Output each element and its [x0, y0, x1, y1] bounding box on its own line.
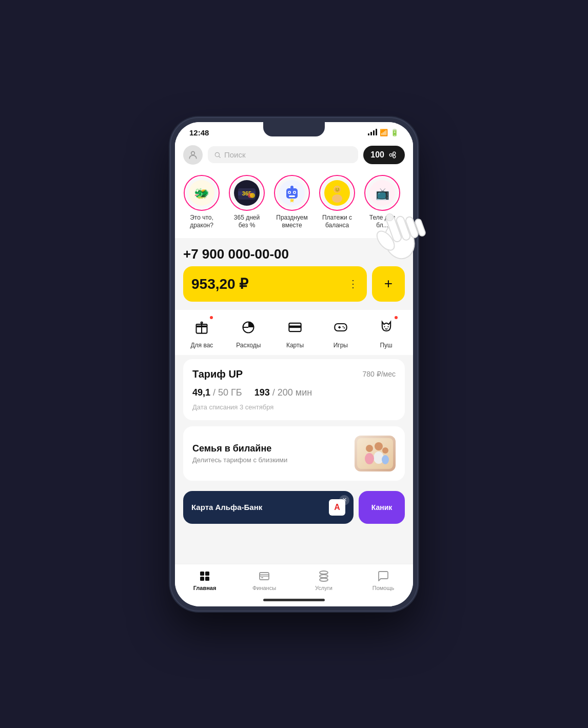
svg-point-51: [382, 455, 389, 464]
search-bar[interactable]: Поиск: [208, 146, 358, 163]
svg-text:😊: 😊: [334, 186, 341, 193]
action-push[interactable]: Пуш: [375, 316, 398, 349]
family-title: Семья в билайне: [192, 443, 287, 454]
family-subtitle: Делитесь тарифом с близкими: [192, 456, 287, 464]
signal-bars-icon: [368, 129, 377, 135]
action-expenses[interactable]: Расходы: [236, 316, 261, 349]
story-item-3[interactable]: ⭐ Празднуем вместе: [273, 175, 310, 230]
robot-illustration: ⭐: [279, 180, 305, 206]
family-card[interactable]: Семья в билайне Делитесь тарифом с близк…: [183, 426, 405, 481]
battery-icon: 🔋: [390, 129, 399, 136]
pie-chart-icon: [241, 320, 256, 335]
phone-screen: 12:48 📶 🔋: [175, 122, 413, 606]
internet-used: 49,1: [192, 387, 210, 398]
balance-menu-button[interactable]: ⋮: [348, 278, 359, 290]
svg-point-27: [332, 194, 342, 203]
svg-point-2: [389, 153, 392, 156]
balance-card[interactable]: 953,20 ₽ ⋮: [183, 266, 367, 302]
add-balance-button[interactable]: +: [372, 266, 405, 302]
svg-point-0: [191, 151, 195, 155]
balance-row: 953,20 ₽ ⋮ +: [175, 266, 413, 310]
svg-text:📺: 📺: [376, 187, 390, 201]
svg-rect-21: [289, 195, 295, 197]
points-button[interactable]: 100: [363, 146, 405, 164]
push-badge: [394, 315, 399, 320]
svg-point-61: [320, 578, 328, 581]
kanik-banner[interactable]: Каник: [359, 491, 405, 524]
minutes-total: / 200 мин: [272, 387, 312, 398]
foryou-badge: [209, 315, 214, 320]
svg-point-42: [344, 327, 345, 328]
svg-point-4: [393, 155, 396, 158]
alfa-close-button[interactable]: ✕: [339, 495, 349, 505]
games-label: Игры: [334, 342, 348, 349]
story-label-2: 365 дней без %: [228, 214, 265, 230]
services-nav-icon: [317, 569, 330, 583]
alfa-banner[interactable]: Карта Альфа-Банк А ✕: [183, 491, 354, 524]
top-bar: Поиск 100: [175, 140, 413, 170]
story-item-2[interactable]: 365 365 дней без %: [228, 175, 265, 230]
services-nav-label: Услуги: [315, 585, 332, 591]
minutes-used: 193: [254, 387, 270, 398]
nav-finance[interactable]: Финансы: [248, 569, 281, 591]
story-label-4: Платежи с баланса: [319, 214, 356, 230]
svg-rect-57: [260, 575, 269, 576]
card-section: Тариф UP 780 ₽/мес 49,1 / 50 ГБ: [175, 355, 413, 491]
phone-wrapper: 12:48 📶 🔋: [171, 118, 417, 611]
svg-text:⭐: ⭐: [289, 198, 295, 203]
svg-point-49: [365, 453, 374, 464]
wifi-icon: 📶: [380, 129, 388, 136]
action-games[interactable]: Игры: [329, 316, 352, 349]
story-avatar-1: 🐲: [184, 175, 220, 211]
screen-content[interactable]: Поиск 100: [175, 140, 413, 564]
svg-point-60: [320, 575, 328, 578]
svg-point-48: [366, 445, 373, 452]
story-avatar-5: 📺: [364, 175, 400, 211]
tariff-card[interactable]: Тариф UP 780 ₽/мес 49,1 / 50 ГБ: [183, 359, 405, 420]
svg-rect-37: [289, 325, 301, 328]
kanik-title: Каник: [371, 503, 393, 511]
nav-services[interactable]: Услуги: [307, 569, 340, 591]
gamepad-icon: [334, 320, 348, 335]
search-icon: [214, 151, 221, 159]
points-count: 100: [370, 150, 384, 160]
svg-line-5: [392, 153, 393, 154]
story-avatar-4: 😊: [319, 175, 355, 211]
cards-icon-wrap: [284, 316, 306, 339]
card365-illustration: 365: [234, 180, 260, 206]
help-nav-icon: [377, 569, 390, 583]
cat-icon: [379, 320, 394, 335]
action-cards[interactable]: Карты: [284, 316, 306, 349]
action-foryou[interactable]: Для вас: [190, 316, 213, 349]
expenses-label: Расходы: [236, 342, 261, 349]
svg-rect-52: [200, 572, 204, 576]
svg-point-14: [250, 193, 255, 198]
search-placeholder: Поиск: [224, 150, 246, 159]
games-icon-wrap: [329, 316, 352, 339]
tariff-header: Тариф UP 780 ₽/мес: [192, 368, 396, 380]
dragon-illustration: 🐲: [189, 180, 214, 206]
svg-point-44: [387, 326, 388, 327]
phone-story-illustration: 📺: [369, 180, 395, 206]
tariff-date: Дата списания 3 сентября: [192, 403, 396, 411]
story-item-4[interactable]: 😊 Платежи с баланса: [319, 175, 356, 230]
nav-help[interactable]: Помощь: [367, 569, 400, 591]
family-text: Семья в билайне Делитесь тарифом с близк…: [192, 443, 287, 464]
plus-icon: +: [384, 276, 393, 292]
finance-nav-label: Финансы: [252, 585, 276, 591]
svg-point-50: [382, 447, 388, 454]
expenses-icon-wrap: [237, 316, 260, 339]
minutes-stat: 193 / 200 мин: [254, 387, 312, 398]
person-illustration: 😊: [324, 180, 350, 206]
story-item-1[interactable]: 🐲 Это что, дракон?: [183, 175, 220, 230]
home-nav-label: Главная: [193, 585, 217, 591]
avatar-button[interactable]: [183, 145, 203, 165]
story-item-5[interactable]: 📺 Теле для бл...: [364, 175, 401, 230]
story-avatar-2: 365: [229, 175, 265, 211]
bottom-nav: Главная Финансы: [175, 564, 413, 594]
finance-nav-icon: [258, 569, 271, 583]
svg-point-46: [375, 442, 383, 450]
foryou-icon-wrap: [190, 316, 213, 339]
nav-home[interactable]: Главная: [188, 569, 221, 591]
tariff-price: 780 ₽/мес: [362, 370, 396, 378]
